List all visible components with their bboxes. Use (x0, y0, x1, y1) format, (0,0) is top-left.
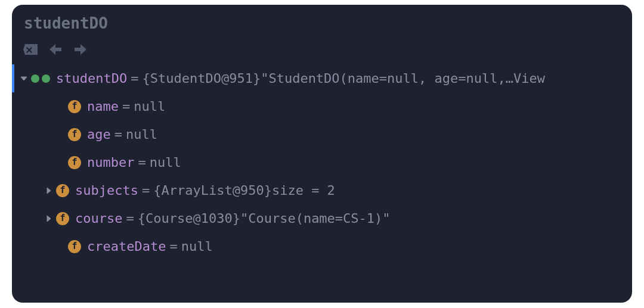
variable-name: studentDO (56, 69, 127, 88)
chevron-down-icon[interactable] (18, 74, 30, 83)
forward-arrow-icon[interactable] (73, 43, 88, 56)
variable-name: number (87, 153, 134, 172)
variables-tree: studentDO = {StudentDO@951} "StudentDO(n… (12, 64, 632, 260)
field-badge-icon: f (56, 184, 69, 197)
variable-name: subjects (75, 181, 138, 200)
field-badge-icon: f (68, 240, 81, 253)
variable-value: null (134, 97, 165, 116)
variable-name: age (87, 125, 111, 144)
variable-type: {StudentDO@951} (142, 69, 261, 88)
chevron-right-icon[interactable] (43, 186, 55, 195)
variable-value: null (126, 125, 157, 144)
equals-sign: = (142, 181, 150, 200)
watch-glasses-icon (31, 73, 50, 84)
field-badge-icon: f (68, 128, 81, 141)
field-badge-icon: f (56, 212, 69, 225)
variable-name: name (87, 97, 119, 116)
variable-row-age[interactable]: f age = null (12, 120, 632, 148)
clear-icon[interactable] (23, 43, 38, 56)
variable-type: {ArrayList@950} (153, 181, 272, 200)
variable-row-name[interactable]: f name = null (12, 92, 632, 120)
variable-root-studentDO[interactable]: studentDO = {StudentDO@951} "StudentDO(n… (12, 64, 632, 92)
equals-sign: = (169, 237, 177, 256)
equals-sign: = (131, 69, 138, 88)
variable-row-number[interactable]: f number = null (12, 148, 632, 176)
back-arrow-icon[interactable] (48, 43, 63, 56)
view-link[interactable]: View (513, 69, 545, 88)
equals-sign: = (126, 209, 134, 228)
variable-name: createDate (87, 237, 166, 256)
variable-tostring: "StudentDO(name=null, age=null,… (261, 69, 513, 88)
variable-tostring: "Course(name=CS-1)" (240, 209, 391, 228)
variable-size: size = 2 (272, 181, 335, 200)
variable-row-subjects[interactable]: f subjects = {ArrayList@950} size = 2 (12, 176, 632, 204)
toolbar (12, 37, 632, 64)
panel-title: studentDO (12, 5, 632, 37)
variable-value: null (181, 237, 213, 256)
variable-row-createDate[interactable]: f createDate = null (12, 232, 632, 260)
variable-name: course (75, 209, 122, 228)
equals-sign: = (122, 97, 130, 116)
equals-sign: = (114, 125, 122, 144)
chevron-right-icon[interactable] (43, 214, 55, 223)
variable-type: {Course@1030} (138, 209, 240, 228)
variable-value: null (150, 153, 181, 172)
debugger-panel: studentDO studentDO = {StudentDO@951} "S… (12, 5, 632, 303)
field-badge-icon: f (68, 100, 81, 113)
equals-sign: = (138, 153, 145, 172)
variable-row-course[interactable]: f course = {Course@1030} "Course(name=CS… (12, 204, 632, 232)
field-badge-icon: f (68, 156, 81, 169)
